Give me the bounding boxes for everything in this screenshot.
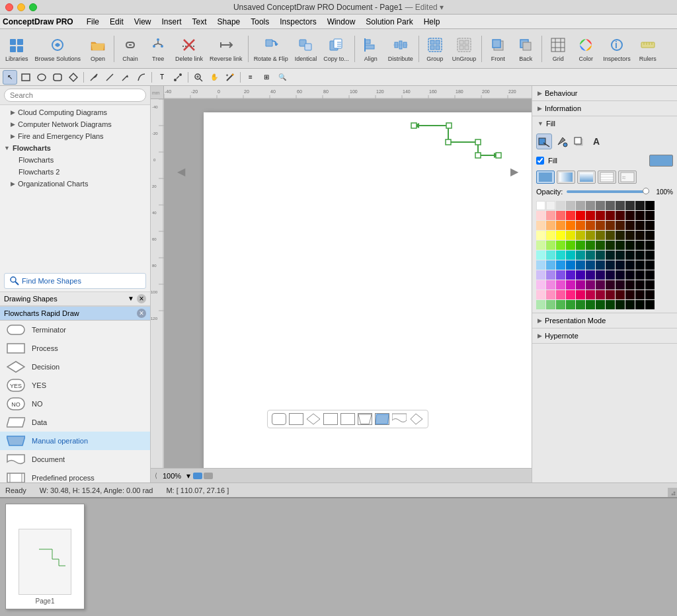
swatch-hp2[interactable] [546,290,555,299]
swatch-mg9[interactable] [616,300,625,309]
swatch-b9[interactable] [616,260,625,270]
sidebar-item-cloud-computing[interactable]: ▶ Cloud Computing Diagrams [0,106,150,118]
swatch-mg4[interactable] [566,300,575,309]
swatch-o8[interactable] [606,221,615,230]
swatch-y11[interactable] [635,231,645,240]
swatch-y10[interactable] [625,231,635,240]
page-dot-1[interactable] [193,473,202,479]
swatch-r10[interactable] [625,211,635,220]
picker-doc[interactable] [392,413,407,425]
reverse-link-button[interactable]: Reverse link [207,31,245,67]
picker-diamond[interactable] [306,413,321,425]
swatch-o12[interactable] [645,221,655,230]
swatch-p9[interactable] [616,270,625,280]
swatch-000000[interactable] [645,201,655,210]
swatch-t2[interactable] [546,250,555,260]
swatch-b4[interactable] [566,260,575,270]
diamond-tool[interactable] [66,70,81,85]
menu-inspectors[interactable]: Inspectors [274,16,321,28]
grid-button[interactable]: Grid [545,31,571,67]
ungroup-button[interactable]: UnGroup [450,31,479,67]
align-button[interactable]: Align [358,31,384,67]
rapid-draw-section[interactable]: Flowcharts Rapid Draw × [0,306,150,321]
shape-item-manual-op[interactable]: Manual operation [0,432,150,450]
swatch-r6[interactable] [586,211,595,220]
selected-shape-group[interactable] [411,123,501,158]
swatch-p5[interactable] [576,270,585,280]
bezier-tool[interactable] [134,70,149,85]
inspectors-button[interactable]: i Inspectors [600,31,633,67]
swatch-pk3[interactable] [556,280,565,289]
swatch-p1[interactable] [536,270,545,280]
identical-button[interactable]: Identical [292,31,320,67]
color-button[interactable]: Color [573,31,599,67]
swatch-b7[interactable] [596,260,605,270]
swatch-pk7[interactable] [596,280,605,289]
swatch-b3[interactable] [556,260,565,270]
swatch-mg1[interactable] [536,300,545,309]
swatch-b12[interactable] [645,260,655,270]
swatch-hp8[interactable] [606,290,615,299]
canvas-nav-left[interactable]: ◀ [177,165,185,178]
swatch-hp3[interactable] [556,290,565,299]
swatch-b2[interactable] [546,260,555,270]
swatch-hp1[interactable] [536,290,545,299]
pen-tool[interactable] [87,70,101,85]
swatch-mg6[interactable] [586,300,595,309]
swatch-g9[interactable] [616,241,625,250]
swatch-p11[interactable] [635,270,645,280]
swatch-y3[interactable] [556,231,565,240]
swatch-pk8[interactable] [606,280,615,289]
zoom-in-tool[interactable] [191,70,206,85]
ellipse-tool[interactable] [34,70,49,85]
swatch-909090[interactable] [586,201,595,210]
picker-manual-active[interactable] [375,413,389,425]
swatch-g6[interactable] [586,241,595,250]
swatch-y7[interactable] [596,231,605,240]
sidebar-item-flowcharts[interactable]: ▼ Flowcharts [0,142,150,154]
swatch-mg2[interactable] [546,300,555,309]
shape-item-process[interactable]: Process [0,339,150,358]
back-button[interactable]: Back [512,31,539,67]
find-more-shapes-button[interactable]: Find More Shapes [4,273,146,289]
swatch-g8[interactable] [606,241,615,250]
canvas-scroll[interactable]: ◀ ▶ [164,99,532,468]
behaviour-header[interactable]: ▶ Behaviour [532,86,677,100]
picker-process[interactable] [289,413,303,425]
swatch-606060[interactable] [606,201,615,210]
page-dot-2[interactable] [204,473,213,479]
rulers-button[interactable]: Rulers [635,31,661,67]
swatch-o9[interactable] [616,221,625,230]
fill-enabled-checkbox[interactable] [536,157,544,165]
swatch-o11[interactable] [635,221,645,230]
swatch-t4[interactable] [566,250,575,260]
swatch-b5[interactable] [576,260,585,270]
swatch-787878[interactable] [596,201,605,210]
menu-file[interactable]: File [81,16,104,28]
scroll-indicator[interactable]: ⟨ [155,472,157,479]
rotate-flip-button[interactable]: Rotate & Flip [251,31,291,67]
swatch-pk10[interactable] [625,280,635,289]
drawing-shapes-expand[interactable]: ▼ [128,295,134,302]
swatch-g11[interactable] [635,241,645,250]
shape-item-terminator[interactable]: Terminator [0,321,150,339]
menu-text[interactable]: Text [187,16,212,28]
fill-text-tool[interactable]: A [590,134,606,149]
search-input[interactable] [4,89,146,102]
swatch-303030[interactable] [625,201,635,210]
view-list[interactable]: ≡ [243,70,258,85]
swatch-g10[interactable] [625,241,635,250]
delete-link-button[interactable]: Delete link [173,31,206,67]
swatch-o6[interactable] [586,221,595,230]
swatch-p4[interactable] [566,270,575,280]
swatch-484848[interactable] [616,201,625,210]
fill-gradient2-btn[interactable] [577,171,596,184]
opacity-slider-handle[interactable] [643,188,649,194]
swatch-g1[interactable] [536,241,545,250]
fill-header[interactable]: ▼ Fill [532,116,677,131]
magic-tool[interactable]: ✦ [223,70,237,85]
sidebar-item-computer-network[interactable]: ▶ Computer Network Diagrams [0,118,150,130]
presentation-mode-header[interactable]: ▶ Presentation Mode [532,313,677,328]
swatch-r1[interactable] [536,211,545,220]
chain-button[interactable]: Chain [117,31,143,67]
